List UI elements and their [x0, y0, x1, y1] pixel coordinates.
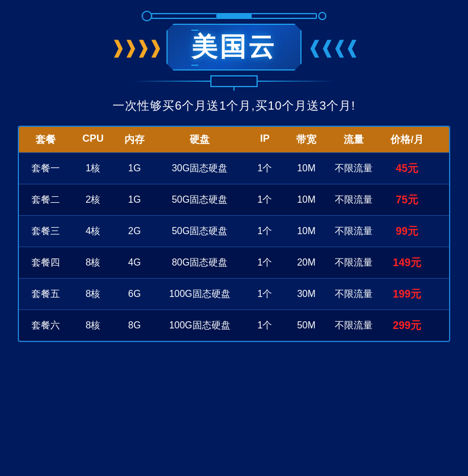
cell-price: 99元 [380, 224, 434, 238]
title-section: ❱❱❱❱ 美国云 ❰❰❰❰ [0, 24, 468, 71]
arrows-right: ❰❰❰❰ [307, 39, 357, 56]
cell-bw: 20M [286, 255, 327, 270]
cell-package: 套餐二 [19, 193, 72, 207]
bottom-decoration [133, 75, 335, 87]
table-row: 套餐六 8核 8G 100G固态硬盘 1个 50M 不限流量 299元 [19, 309, 449, 341]
cell-price: 149元 [380, 255, 434, 270]
deco-line-left [133, 81, 210, 82]
col-header-mem: 内存 [114, 133, 155, 146]
cell-disk: 100G固态硬盘 [155, 318, 244, 333]
cell-package: 套餐六 [19, 318, 72, 333]
col-header-package: 套餐 [19, 133, 72, 146]
cell-price: 75元 [380, 193, 434, 207]
cell-flow: 不限流量 [327, 224, 380, 238]
cell-disk: 80G固态硬盘 [155, 255, 244, 270]
col-header-cpu: CPU [72, 133, 114, 146]
table-body: 套餐一 1核 1G 30G固态硬盘 1个 10M 不限流量 45元 套餐二 2核… [19, 152, 449, 341]
col-header-price: 价格/月 [380, 133, 434, 146]
table-row: 套餐一 1核 1G 30G固态硬盘 1个 10M 不限流量 45元 [19, 152, 449, 184]
cell-disk: 50G固态硬盘 [155, 193, 244, 207]
cell-bw: 10M [286, 193, 327, 207]
cell-flow: 不限流量 [327, 255, 380, 270]
table-row: 套餐三 4核 2G 50G固态硬盘 1个 10M 不限流量 99元 [19, 215, 449, 247]
cell-disk: 50G固态硬盘 [155, 224, 244, 238]
circuit-dot-right [318, 12, 326, 20]
cell-bw: 30M [286, 287, 327, 301]
cell-bw: 50M [286, 318, 327, 333]
table-header-row: 套餐 CPU 内存 硬盘 IP 带宽 流量 价格/月 [19, 127, 449, 152]
cell-mem: 1G [114, 161, 155, 175]
cell-cpu: 8核 [72, 318, 114, 333]
cell-disk: 100G固态硬盘 [155, 287, 244, 301]
cell-disk: 30G固态硬盘 [155, 161, 244, 175]
cell-package: 套餐四 [19, 255, 72, 270]
col-header-ip: IP [244, 133, 286, 146]
cell-mem: 2G [114, 224, 155, 238]
header: ❱❱❱❱ 美国云 ❰❰❰❰ [0, 0, 468, 87]
col-header-disk: 硬盘 [155, 133, 244, 146]
table-row: 套餐五 8核 6G 100G固态硬盘 1个 30M 不限流量 199元 [19, 278, 449, 309]
cell-package: 套餐一 [19, 161, 72, 175]
col-header-bw: 带宽 [286, 133, 327, 146]
cell-mem: 6G [114, 287, 155, 301]
cell-ip: 1个 [244, 161, 286, 175]
cell-cpu: 2核 [72, 193, 114, 207]
chevron-left-icon: ❰❰❰❰ [307, 39, 357, 56]
cell-cpu: 8核 [72, 287, 114, 301]
cell-package: 套餐三 [19, 224, 72, 238]
cell-cpu: 1核 [72, 161, 114, 175]
pricing-table: 套餐 CPU 内存 硬盘 IP 带宽 流量 价格/月 套餐一 1核 1G 30G… [18, 126, 450, 342]
cell-price: 45元 [380, 161, 434, 175]
cell-price: 199元 [380, 287, 434, 301]
cell-bw: 10M [286, 224, 327, 238]
subtitle: 一次性够买6个月送1个月,买10个月送3个月! [113, 98, 355, 114]
cell-mem: 8G [114, 318, 155, 333]
cell-flow: 不限流量 [327, 161, 380, 175]
cell-cpu: 4核 [72, 224, 114, 238]
cell-bw: 10M [286, 161, 327, 175]
cell-ip: 1个 [244, 287, 286, 301]
cell-price: 299元 [380, 318, 434, 333]
page-title: 美国云 [191, 30, 277, 65]
col-header-flow: 流量 [327, 133, 380, 146]
cell-cpu: 8核 [72, 255, 114, 270]
cell-flow: 不限流量 [327, 193, 380, 207]
cell-mem: 1G [114, 193, 155, 207]
cell-flow: 不限流量 [327, 318, 380, 333]
arrows-left: ❱❱❱❱ [111, 39, 161, 56]
title-box: 美国云 [166, 24, 302, 71]
cell-ip: 1个 [244, 224, 286, 238]
cell-ip: 1个 [244, 318, 286, 333]
cell-ip: 1个 [244, 255, 286, 270]
chevron-right-icon: ❱❱❱❱ [111, 39, 161, 56]
cell-mem: 4G [114, 255, 155, 270]
cell-ip: 1个 [244, 193, 286, 207]
cell-flow: 不限流量 [327, 287, 380, 301]
cell-package: 套餐五 [19, 287, 72, 301]
top-decoration [133, 11, 335, 21]
table-row: 套餐四 8核 4G 80G固态硬盘 1个 20M 不限流量 149元 [19, 247, 449, 278]
deco-center-box [210, 75, 258, 87]
deco-line-right [258, 81, 335, 82]
table-row: 套餐二 2核 1G 50G固态硬盘 1个 10M 不限流量 75元 [19, 184, 449, 215]
circuit-bar [151, 13, 317, 19]
